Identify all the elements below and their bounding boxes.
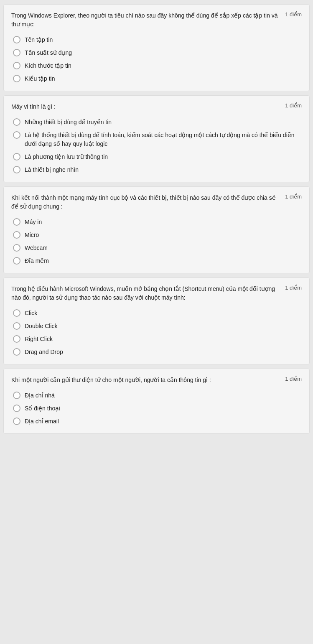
option-item-5-2[interactable]: Số điện thoại — [13, 404, 302, 413]
question-card-4: Trong hệ điều hành Microsoft Windows, mu… — [3, 277, 310, 364]
option-item-1-1[interactable]: Tên tập tin — [13, 36, 302, 44]
question-score-5: 1 điểm — [285, 376, 302, 382]
option-item-3-1[interactable]: Máy in — [13, 218, 302, 227]
option-label-2-4: Là thiết bị nghe nhìn — [25, 165, 79, 174]
radio-4-2[interactable] — [13, 322, 20, 330]
option-label-3-4: Đĩa mềm — [25, 257, 49, 265]
radio-3-2[interactable] — [13, 231, 20, 239]
radio-1-4[interactable] — [13, 75, 20, 82]
question-card-1: Trong Windows Explorer, theo người ta ti… — [3, 4, 310, 91]
option-item-2-2[interactable]: Là hệ thống thiết bị dùng để tính toán, … — [13, 131, 302, 148]
question-text-4: Trong hệ điều hành Microsoft Windows, mu… — [11, 285, 285, 302]
radio-1-2[interactable] — [13, 49, 20, 56]
option-label-4-1: Click — [25, 309, 37, 318]
option-item-2-1[interactable]: Những thiết bị dùng để truyền tin — [13, 118, 302, 127]
option-label-1-2: Tần suất sử dụng — [25, 48, 72, 57]
option-item-2-4[interactable]: Là thiết bị nghe nhìn — [13, 165, 302, 174]
option-label-1-3: Kích thước tập tin — [25, 61, 71, 70]
radio-5-2[interactable] — [13, 405, 20, 412]
radio-3-1[interactable] — [13, 218, 20, 226]
question-header-3: Khi kết nối thành một mạng máy tính cục … — [11, 193, 302, 211]
radio-2-1[interactable] — [13, 118, 20, 126]
question-score-4: 1 điểm — [285, 285, 302, 291]
option-label-4-4: Drag and Drop — [25, 348, 63, 356]
question-text-1: Trong Windows Explorer, theo người ta ti… — [11, 11, 285, 29]
question-card-2: Máy vi tính là gì :1 điểmNhững thiết bị … — [3, 95, 310, 182]
radio-2-4[interactable] — [13, 166, 20, 173]
radio-5-1[interactable] — [13, 392, 20, 399]
option-label-1-1: Tên tập tin — [25, 36, 53, 44]
option-label-4-2: Double Click — [25, 322, 58, 331]
radio-3-3[interactable] — [13, 244, 20, 252]
question-header-5: Khi một người cần gửi thư điện tử cho mộ… — [11, 376, 302, 384]
option-label-3-3: Webcam — [25, 244, 48, 252]
radio-5-3[interactable] — [13, 417, 20, 425]
option-label-5-1: Địa chỉ nhà — [25, 391, 55, 400]
option-item-5-1[interactable]: Địa chỉ nhà — [13, 391, 302, 400]
option-item-3-4[interactable]: Đĩa mềm — [13, 257, 302, 265]
option-item-4-2[interactable]: Double Click — [13, 322, 302, 331]
radio-4-1[interactable] — [13, 309, 20, 317]
question-card-5: Khi một người cần gửi thư điện tử cho mộ… — [3, 369, 310, 434]
option-label-3-2: Micro — [25, 231, 39, 239]
question-text-2: Máy vi tính là gì : — [11, 102, 285, 111]
radio-4-4[interactable] — [13, 348, 20, 356]
option-label-2-2: Là hệ thống thiết bị dùng để tính toán, … — [25, 131, 302, 148]
options-list-1: Tên tập tinTần suất sử dụngKích thước tậ… — [11, 36, 302, 83]
option-item-5-3[interactable]: Địa chỉ email — [13, 417, 302, 426]
radio-3-4[interactable] — [13, 257, 20, 265]
question-score-2: 1 điểm — [285, 102, 302, 109]
option-label-3-1: Máy in — [25, 218, 42, 227]
question-score-3: 1 điểm — [285, 193, 302, 200]
question-card-3: Khi kết nối thành một mạng máy tính cục … — [3, 186, 310, 273]
option-label-4-3: Right Click — [25, 335, 53, 344]
radio-1-1[interactable] — [13, 36, 20, 43]
option-label-1-4: Kiểu tập tin — [25, 74, 55, 83]
option-item-1-4[interactable]: Kiểu tập tin — [13, 74, 302, 83]
option-label-5-3: Địa chỉ email — [25, 417, 59, 426]
option-item-4-1[interactable]: Click — [13, 309, 302, 318]
options-list-2: Những thiết bị dùng để truyền tinLà hệ t… — [11, 118, 302, 174]
question-text-3: Khi kết nối thành một mạng máy tính cục … — [11, 193, 285, 211]
radio-2-2[interactable] — [13, 131, 20, 139]
options-list-5: Địa chỉ nhàSố điện thoạiĐịa chỉ email — [11, 391, 302, 426]
option-label-2-3: Là phương tiện lưu trữ thông tin — [25, 153, 108, 161]
radio-1-3[interactable] — [13, 62, 20, 69]
radio-2-3[interactable] — [13, 153, 20, 160]
question-header-1: Trong Windows Explorer, theo người ta ti… — [11, 11, 302, 29]
question-text-5: Khi một người cần gửi thư điện tử cho mộ… — [11, 376, 285, 384]
question-header-2: Máy vi tính là gì :1 điểm — [11, 102, 302, 111]
option-item-2-3[interactable]: Là phương tiện lưu trữ thông tin — [13, 153, 302, 161]
option-label-2-1: Những thiết bị dùng để truyền tin — [25, 118, 112, 127]
option-item-4-3[interactable]: Right Click — [13, 335, 302, 344]
option-label-5-2: Số điện thoại — [25, 404, 60, 413]
options-list-4: ClickDouble ClickRight ClickDrag and Dro… — [11, 309, 302, 356]
question-score-1: 1 điểm — [285, 11, 302, 18]
question-header-4: Trong hệ điều hành Microsoft Windows, mu… — [11, 285, 302, 302]
option-item-3-2[interactable]: Micro — [13, 231, 302, 239]
option-item-1-3[interactable]: Kích thước tập tin — [13, 61, 302, 70]
option-item-4-4[interactable]: Drag and Drop — [13, 348, 302, 356]
options-list-3: Máy inMicroWebcamĐĩa mềm — [11, 218, 302, 265]
option-item-1-2[interactable]: Tần suất sử dụng — [13, 48, 302, 57]
quiz-container: Trong Windows Explorer, theo người ta ti… — [0, 0, 313, 438]
option-item-3-3[interactable]: Webcam — [13, 244, 302, 252]
radio-4-3[interactable] — [13, 335, 20, 343]
